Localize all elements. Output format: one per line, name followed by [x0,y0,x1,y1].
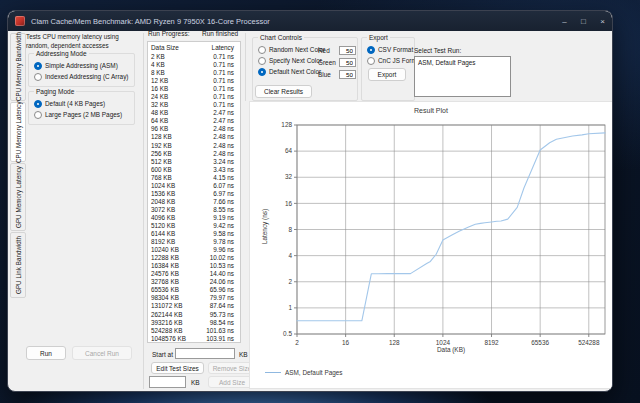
sidebar-tab-gpu-memory-latency[interactable]: GPU Memory Latency [10,163,26,231]
run-button[interactable]: Run [26,346,66,360]
results-table[interactable]: Data Size Latency 2 KB0.71 ns4 KB0.71 ns… [147,41,241,343]
svg-text:16: 16 [285,200,293,207]
app-window: Clam Cache/Mem Benchmark: AMD Ryzen 9 79… [7,10,613,392]
table-row[interactable]: 98304 KB79.97 ns [148,294,240,302]
minimize-button[interactable]: – [555,11,574,31]
svg-text:65536: 65536 [531,339,549,346]
radio-label: CSV Format [378,46,413,53]
start-at-input[interactable] [175,348,235,359]
table-row[interactable]: 16 KB0.71 ns [148,85,240,93]
cancel-run-button: Cancel Run [72,346,132,360]
green-value-input[interactable] [339,58,356,67]
radio-label: Default Next Color [269,68,321,75]
svg-text:16: 16 [342,339,350,346]
table-row[interactable]: 32768 KB24.06 ns [148,278,240,286]
data-size-cell: 192 KB [151,142,172,150]
table-row[interactable]: 96 KB2.48 ns [148,125,240,133]
panel-divider [143,33,144,389]
data-size-cell: 32768 KB [151,278,179,286]
data-size-cell: 24 KB [151,93,168,101]
blue-value-input[interactable] [339,70,356,79]
table-row[interactable]: 512 KB3.24 ns [148,158,240,166]
table-row[interactable]: 1024 KB6.07 ns [148,182,240,190]
table-row[interactable]: 768 KB4.15 ns [148,174,240,182]
radio-option-default-4-kb-pages[interactable]: Default (4 KB Pages) [29,98,134,109]
table-row[interactable]: 24 KB0.71 ns [148,93,240,101]
add-size-input[interactable] [149,376,186,388]
table-row[interactable]: 192 KB2.48 ns [148,142,240,150]
legend-line-swatch [265,372,281,373]
sidebar-tab-cpu-memory-latency[interactable]: CPU Memory Latency [10,102,26,162]
table-row[interactable]: 131072 KB87.64 ns [148,302,240,310]
latency-cell: 101.63 ns [206,327,234,335]
latency-cell: 0.71 ns [213,85,234,93]
radio-icon [367,57,375,65]
latency-cell: 6.97 ns [213,190,234,198]
table-row[interactable]: 3072 KB8.55 ns [148,206,240,214]
table-row[interactable]: 256 KB2.48 ns [148,150,240,158]
table-row[interactable]: 5120 KB9.42 ns [148,222,240,230]
radio-icon [258,68,266,76]
radio-icon [367,46,375,54]
latency-cell: 2.47 ns [213,117,234,125]
radio-option-cnc-js-format[interactable]: CnC JS Format [362,55,414,66]
sidebar-tab-gpu-link-bandwidth[interactable]: GPU Link Bandwidth [10,232,26,298]
maximize-button[interactable]: □ [574,11,593,31]
radio-option-large-pages-2-mb-pages[interactable]: Large Pages (2 MB Pages) [29,109,134,120]
run-status: Run finished [202,30,238,38]
latency-cell: 2.48 ns [213,142,234,150]
table-row[interactable]: 12 KB0.71 ns [148,77,240,85]
table-row[interactable]: 24576 KB14.40 ns [148,270,240,278]
addressing-mode-group: Addressing Mode Simple Addressing (ASM)I… [28,53,135,87]
table-row[interactable]: 4096 KB9.19 ns [148,214,240,222]
sidebar-tab-cpu-memory-bandwidth[interactable]: CPU Memory Bandwidth [10,33,26,101]
table-row[interactable]: 65536 KB65.96 ns [148,286,240,294]
table-row[interactable]: 2048 KB7.66 ns [148,198,240,206]
data-size-cell: 98304 KB [151,294,179,302]
latency-cell: 95.73 ns [210,311,234,319]
data-size-cell: 768 KB [151,174,172,182]
table-row[interactable]: 6144 KB9.58 ns [148,230,240,238]
svg-text:0.5: 0.5 [283,330,292,337]
table-row[interactable]: 1048576 KB103.91 ns [148,335,240,343]
table-row[interactable]: 1536 KB6.97 ns [148,190,240,198]
data-size-cell: 10240 KB [151,246,179,254]
data-size-cell: 48 KB [151,109,168,117]
data-size-cell: 64 KB [151,117,168,125]
add-size-unit: KB [191,379,200,387]
close-button[interactable]: × [593,11,612,31]
table-header: Data Size Latency [148,42,240,53]
table-row[interactable]: 48 KB2.47 ns [148,109,240,117]
radio-option-simple-addressing-asm[interactable]: Simple Addressing (ASM) [29,60,134,71]
table-row[interactable]: 12288 KB10.02 ns [148,254,240,262]
table-row[interactable]: 128 KB2.48 ns [148,133,240,141]
clear-results-button[interactable]: Clear Results [255,85,312,98]
radio-option-indexed-addressing-c-array[interactable]: Indexed Addressing (C Array) [29,71,134,82]
data-size-cell: 4096 KB [151,214,175,222]
test-run-item[interactable]: ASM, Default Pages [415,57,510,66]
latency-cell: 2.48 ns [213,125,234,133]
table-row[interactable]: 524288 KB101.63 ns [148,327,240,335]
table-row[interactable]: 64 KB2.47 ns [148,117,240,125]
test-run-listbox[interactable]: ASM, Default Pages [414,56,511,97]
green-label: Green [318,59,336,66]
data-size-cell: 5120 KB [151,222,175,230]
svg-text:8192: 8192 [484,339,499,346]
red-value-input[interactable] [339,46,356,55]
export-button[interactable]: Export [368,68,406,81]
table-row[interactable]: 262144 KB95.73 ns [148,311,240,319]
table-row[interactable]: 16384 KB10.53 ns [148,262,240,270]
data-size-cell: 131072 KB [151,302,182,310]
title-bar[interactable]: Clam Cache/Mem Benchmark: AMD Ryzen 9 79… [8,11,612,31]
table-row[interactable]: 393216 KB98.54 ns [148,319,240,327]
svg-text:2: 2 [288,278,292,285]
edit-test-sizes-button[interactable]: Edit Test Sizes [151,362,204,374]
table-row[interactable]: 10240 KB9.96 ns [148,246,240,254]
table-row[interactable]: 600 KB3.43 ns [148,166,240,174]
table-row[interactable]: 32 KB0.71 ns [148,101,240,109]
table-row[interactable]: 4 KB0.71 ns [148,61,240,69]
radio-option-csv-format[interactable]: CSV Format [362,44,414,55]
table-row[interactable]: 8 KB0.71 ns [148,69,240,77]
table-row[interactable]: 8192 KB9.78 ns [148,238,240,246]
table-row[interactable]: 2 KB0.71 ns [148,53,240,61]
